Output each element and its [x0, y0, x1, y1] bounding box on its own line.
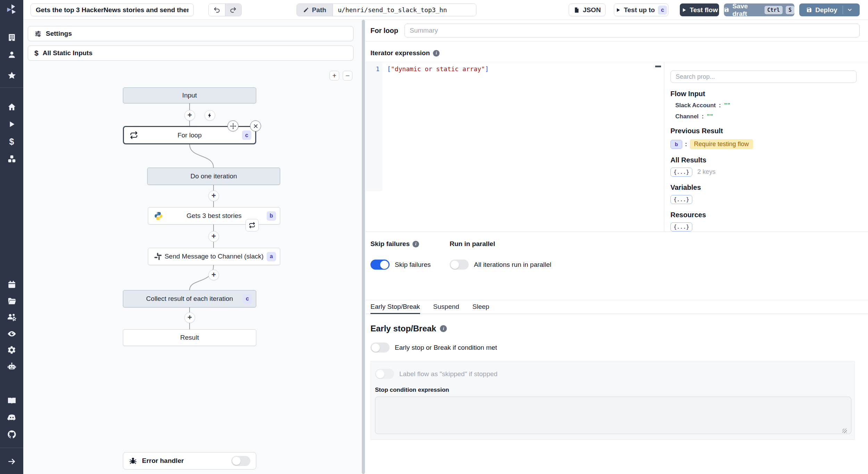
- skip-failures-toggle[interactable]: [370, 260, 390, 270]
- stop-condition-textarea[interactable]: [375, 397, 851, 434]
- building-icon[interactable]: [0, 31, 23, 44]
- user-icon[interactable]: [0, 48, 23, 62]
- loop-icon: [130, 131, 138, 139]
- error-handler-bar[interactable]: Error handler: [123, 452, 256, 469]
- all-results-object-chip[interactable]: {...}: [670, 168, 692, 177]
- user-group-gear-icon[interactable]: [0, 310, 23, 324]
- search-prop-input[interactable]: [670, 70, 857, 83]
- iterator-code-editor[interactable]: 1 ["dynamic or static array"]: [366, 62, 664, 231]
- trigger-bolt-button[interactable]: [205, 110, 215, 121]
- flow-settings-bar[interactable]: Settings: [28, 26, 353, 41]
- run-in-parallel-title: Run in parallel: [450, 240, 863, 248]
- save-draft-button[interactable]: Save draft Ctrl S: [724, 3, 794, 16]
- all-results-keys-count: 2 keys: [698, 168, 716, 175]
- path-group: Path: [297, 3, 476, 16]
- deploy-button[interactable]: Deploy: [799, 3, 860, 16]
- require-testing-flow-hint: Require testing flow: [690, 139, 753, 149]
- early-stop-toggle-label: Early stop or Break if condition met: [395, 344, 497, 352]
- test-up-to-button[interactable]: Test up to c: [614, 3, 668, 16]
- run-in-parallel-toggle[interactable]: [450, 260, 469, 270]
- resources-title: Resources: [670, 211, 858, 219]
- move-node-button[interactable]: [227, 120, 239, 132]
- early-stop-toggle[interactable]: [370, 342, 390, 353]
- tab-early-stop-break[interactable]: Early Stop/Break: [370, 300, 420, 314]
- all-static-inputs-bar[interactable]: $ All Static Inputs: [28, 45, 353, 61]
- skip-failures-title: Skip failures i: [370, 240, 450, 248]
- test-flow-button[interactable]: Test flow: [680, 3, 719, 16]
- discord-icon[interactable]: [0, 410, 23, 424]
- advanced-tabs: Early Stop/Break Suspend Sleep: [366, 300, 868, 314]
- sliders-icon: [34, 30, 42, 37]
- delete-node-button[interactable]: [250, 120, 261, 132]
- zoom-in-button[interactable]: +: [329, 71, 339, 81]
- add-step-button[interactable]: +: [184, 110, 195, 121]
- node-result[interactable]: Result: [123, 329, 256, 346]
- github-icon[interactable]: [0, 428, 23, 441]
- props-explorer: Flow Input Slack Account:"" Channel:"" P…: [664, 62, 868, 231]
- edit-path-button[interactable]: Path: [297, 4, 333, 16]
- home-icon[interactable]: [0, 100, 23, 114]
- play-icon: [681, 7, 687, 13]
- add-step-button[interactable]: +: [208, 270, 219, 280]
- book-icon[interactable]: [0, 394, 23, 408]
- collapse-sidebar-arrow-icon[interactable]: [0, 455, 23, 468]
- label-skipped-toggle[interactable]: [375, 369, 394, 379]
- info-icon[interactable]: i: [440, 325, 447, 332]
- redo-button[interactable]: [225, 4, 241, 16]
- undo-button[interactable]: [209, 4, 225, 16]
- loop-icon: [249, 222, 256, 229]
- cubes-icon[interactable]: [0, 152, 23, 166]
- path-input[interactable]: [333, 4, 476, 16]
- info-icon[interactable]: i: [433, 50, 440, 57]
- run-in-parallel-toggle-label: All iterations run in parallel: [474, 261, 551, 269]
- retry-loop-button[interactable]: [245, 219, 259, 231]
- tab-suspend[interactable]: Suspend: [433, 300, 459, 314]
- error-handler-toggle[interactable]: [231, 456, 250, 466]
- step-id-badge: c: [658, 6, 667, 15]
- node-do-one-iteration[interactable]: Do one iteration: [147, 168, 280, 185]
- iterator-expression-label: Iterator expression i: [366, 42, 868, 62]
- step-id-badge: c: [243, 294, 252, 304]
- previous-result-row: b : Require testing flow: [670, 139, 858, 149]
- selected-step-title: For loop: [370, 27, 398, 35]
- add-step-button[interactable]: +: [208, 191, 219, 201]
- json-button[interactable]: JSON: [569, 3, 606, 16]
- play-icon[interactable]: [0, 117, 23, 131]
- star-icon[interactable]: [0, 69, 23, 83]
- node-gets-3-best-stories[interactable]: Gets 3 best stories b: [148, 207, 280, 225]
- zoom-out-button[interactable]: −: [343, 71, 352, 81]
- gear-icon[interactable]: [0, 343, 23, 357]
- code-line[interactable]: ["dynamic or static array"]: [387, 65, 489, 73]
- prop-row-channel[interactable]: Channel:"": [675, 113, 858, 120]
- summary-input[interactable]: [404, 24, 860, 37]
- save-icon: [724, 7, 729, 13]
- node-send-message-slack[interactable]: Send Message to Channel (slack) a: [148, 248, 280, 265]
- pencil-icon: [303, 7, 309, 13]
- dollar-icon[interactable]: $: [0, 135, 23, 149]
- step-inspector-panel: For loop Iterator expression i 1 ["dynam…: [366, 20, 868, 474]
- topbar: Path JSON Test up to c Test flow Save dr…: [23, 0, 868, 20]
- windmill-flow-editor: $: [0, 0, 868, 474]
- path-label: Path: [312, 6, 326, 14]
- info-icon[interactable]: i: [412, 241, 419, 247]
- add-step-button[interactable]: +: [208, 231, 219, 242]
- splitter-handle[interactable]: [362, 20, 365, 474]
- variables-object-chip[interactable]: {...}: [670, 195, 692, 204]
- resources-object-chip[interactable]: {...}: [670, 222, 692, 231]
- robot-icon[interactable]: [0, 359, 23, 373]
- windmill-logo[interactable]: [5, 3, 18, 16]
- skip-failures-toggle-label: Skip failures: [395, 261, 431, 269]
- node-input[interactable]: Input: [123, 87, 256, 103]
- add-step-button[interactable]: +: [184, 312, 195, 323]
- label-skipped-toggle-label: Label flow as "skipped" if stopped: [399, 370, 498, 378]
- step-id-badge[interactable]: b: [670, 140, 682, 149]
- calendar-icon[interactable]: [0, 278, 23, 291]
- prop-row-slack-account[interactable]: Slack Account:"": [675, 102, 858, 109]
- chevron-down-icon[interactable]: [847, 7, 853, 13]
- eye-icon[interactable]: [0, 327, 23, 341]
- folder-icon[interactable]: [0, 294, 23, 308]
- node-collect-result[interactable]: Collect result of each iteration c: [123, 290, 256, 307]
- flow-title-input[interactable]: [31, 3, 194, 16]
- summary-row: For loop: [366, 20, 868, 42]
- tab-sleep[interactable]: Sleep: [473, 300, 490, 314]
